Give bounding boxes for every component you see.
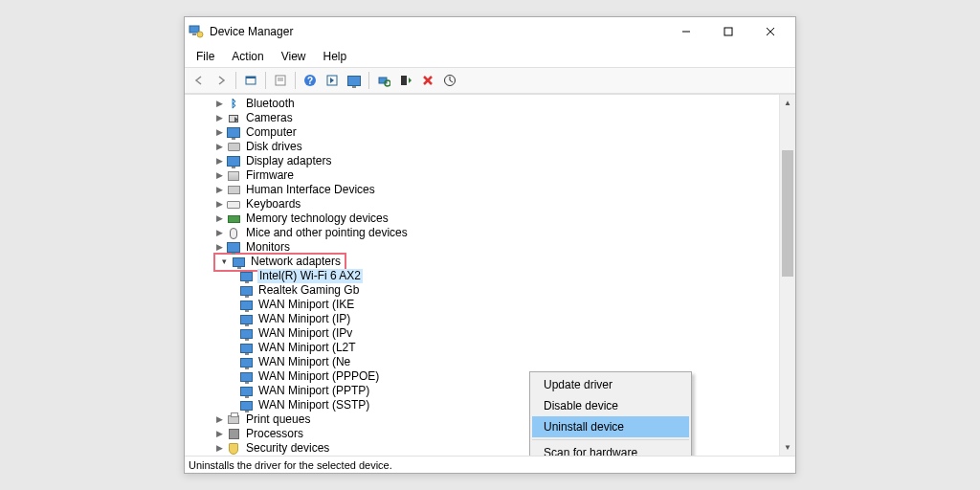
tree-label: Memory technology devices — [245, 212, 390, 226]
network-icon — [238, 312, 254, 327]
tree-label: Security devices — [245, 441, 330, 456]
bluetooth-icon: ᛒ — [226, 97, 241, 112]
computer-button[interactable] — [344, 70, 365, 91]
tree-label: WAN Miniport (PPPOE) — [257, 369, 380, 384]
chevron-right-icon[interactable]: ▶ — [213, 142, 225, 153]
context-uninstall-device[interactable]: Uninstall device — [532, 416, 689, 437]
chevron-right-icon[interactable]: ▶ — [213, 156, 225, 167]
window-title: Device Manager — [210, 25, 293, 38]
context-update-driver[interactable]: Update driver — [532, 374, 689, 395]
svg-rect-0 — [189, 26, 199, 33]
tree-item-network-child[interactable]: Intel(R) Wi-Fi 6 AX2 — [196, 269, 777, 283]
tree-item-network-child[interactable]: WAN Miniport (IP) — [196, 312, 777, 326]
close-button[interactable] — [749, 18, 791, 45]
back-button[interactable] — [189, 70, 210, 91]
app-icon — [189, 24, 204, 39]
device-manager-window: Device Manager File Action View Help ? ▶… — [184, 16, 796, 474]
scan-hardware-button[interactable] — [373, 70, 394, 91]
toolbar-separator — [265, 72, 266, 89]
tree-label: WAN Miniport (Ne — [257, 355, 351, 369]
forward-button[interactable] — [211, 70, 232, 91]
tree-item-cameras[interactable]: ▶Cameras — [196, 111, 777, 125]
tree-label: Disk drives — [245, 140, 303, 154]
tree-label: Mice and other pointing devices — [245, 226, 409, 240]
context-separator — [532, 439, 689, 440]
monitor-icon — [226, 154, 241, 169]
tree-item-network-child[interactable]: WAN Miniport (IKE — [196, 298, 777, 312]
network-icon — [238, 341, 254, 356]
refresh-button[interactable] — [322, 70, 343, 91]
tree-item-disk-drives[interactable]: ▶Disk drives — [196, 140, 777, 154]
svg-rect-1 — [192, 33, 196, 35]
tree-label: WAN Miniport (SSTP) — [257, 398, 370, 412]
tree-item-firmware[interactable]: ▶Firmware — [196, 168, 777, 183]
toolbar-separator — [368, 72, 369, 89]
scroll-arrow-up-icon[interactable]: ▲ — [780, 95, 795, 111]
chevron-right-icon[interactable]: ▶ — [213, 113, 225, 124]
chevron-right-icon[interactable]: ▶ — [213, 429, 225, 440]
cpu-icon — [226, 427, 241, 442]
tree-label: Realtek Gaming Gb — [257, 283, 360, 298]
chevron-right-icon[interactable]: ▶ — [213, 443, 225, 455]
tree-item-network-child[interactable]: WAN Miniport (L2T — [196, 341, 777, 355]
tree-label: Firmware — [245, 168, 295, 183]
svg-rect-17 — [401, 76, 407, 85]
maximize-button[interactable] — [707, 18, 749, 45]
tree-item-keyboards[interactable]: ▶Keyboards — [196, 197, 777, 212]
tree-label: WAN Miniport (IP) — [257, 312, 351, 326]
toolbar-separator — [295, 72, 296, 89]
memory-icon — [226, 212, 241, 227]
chevron-right-icon[interactable]: ▶ — [213, 127, 225, 139]
chevron-down-icon[interactable]: ▾ — [218, 256, 230, 268]
tree-item-network-child[interactable]: Realtek Gaming Gb — [196, 283, 777, 298]
menu-action[interactable]: Action — [224, 48, 271, 65]
tree-item-network-adapters[interactable]: ▾ Network adapters — [196, 255, 777, 269]
tree-label: Keyboards — [245, 197, 301, 212]
context-scan-hardware[interactable]: Scan for hardware changes — [532, 442, 689, 456]
uninstall-button[interactable] — [417, 70, 438, 91]
tree-item-bluetooth[interactable]: ▶ᛒBluetooth — [196, 97, 777, 111]
tree-item-display-adapters[interactable]: ▶Display adapters — [196, 154, 777, 168]
tree-item-computer[interactable]: ▶Computer — [196, 125, 777, 140]
tree-label: WAN Miniport (IPv — [257, 326, 353, 341]
keyboard-icon — [226, 197, 241, 212]
add-legacy-button[interactable] — [395, 70, 416, 91]
chevron-right-icon[interactable]: ▶ — [213, 170, 225, 182]
network-icon — [231, 255, 246, 270]
minimize-button[interactable] — [665, 18, 707, 45]
chevron-right-icon[interactable]: ▶ — [213, 199, 225, 211]
tree-item-hid[interactable]: ▶Human Interface Devices — [196, 183, 777, 197]
printer-icon — [226, 412, 241, 428]
chevron-right-icon[interactable]: ▶ — [213, 414, 225, 426]
status-text: Uninstalls the driver for the selected d… — [189, 459, 392, 471]
scroll-arrow-down-icon[interactable]: ▼ — [780, 439, 795, 456]
tree-label: Human Interface Devices — [245, 183, 376, 197]
chevron-right-icon[interactable]: ▶ — [213, 99, 225, 110]
chevron-right-icon[interactable]: ▶ — [213, 228, 225, 239]
tree-item-network-child[interactable]: WAN Miniport (Ne — [196, 355, 777, 369]
camera-icon — [226, 111, 241, 126]
network-icon — [238, 398, 254, 413]
context-disable-device[interactable]: Disable device — [532, 395, 689, 416]
properties-button[interactable] — [270, 70, 291, 91]
menu-file[interactable]: File — [189, 48, 222, 65]
update-driver-button[interactable] — [439, 70, 460, 91]
menubar: File Action View Help — [185, 46, 795, 67]
tree-item-memory[interactable]: ▶Memory technology devices — [196, 212, 777, 226]
tree-item-mice[interactable]: ▶Mice and other pointing devices — [196, 226, 777, 240]
network-icon — [238, 326, 254, 342]
menu-view[interactable]: View — [274, 48, 314, 65]
network-icon — [238, 283, 254, 299]
menu-help[interactable]: Help — [316, 48, 355, 65]
chevron-right-icon[interactable]: ▶ — [213, 185, 225, 196]
scrollbar-thumb[interactable] — [782, 150, 793, 277]
scrollbar-vertical[interactable]: ▲ ▼ — [779, 95, 795, 456]
chevron-right-icon[interactable]: ▶ — [213, 213, 225, 225]
svg-text:?: ? — [307, 76, 313, 86]
tree-item-network-child[interactable]: WAN Miniport (IPv — [196, 326, 777, 341]
titlebar: Device Manager — [185, 17, 795, 46]
help-button[interactable]: ? — [300, 70, 321, 91]
network-icon — [238, 298, 254, 313]
network-icon — [238, 269, 254, 284]
show-hide-console-button[interactable] — [240, 70, 261, 91]
